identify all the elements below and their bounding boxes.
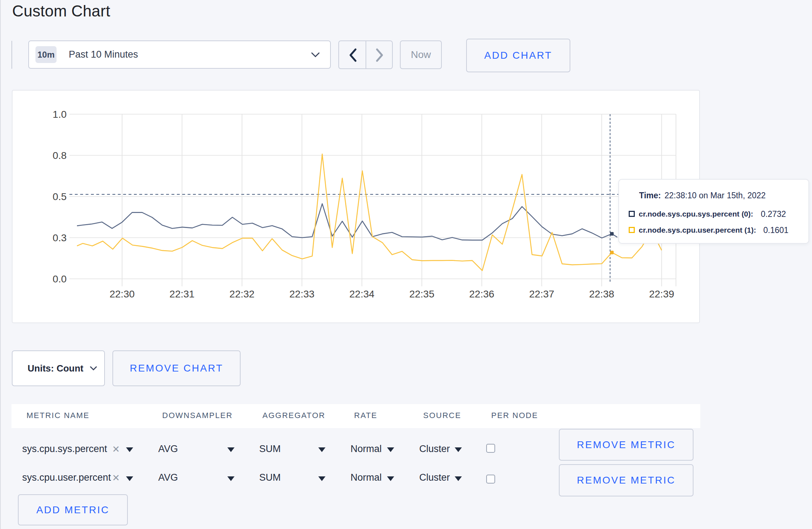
svg-text:22:32: 22:32 (229, 288, 255, 300)
svg-text:22:34: 22:34 (349, 288, 374, 300)
svg-text:0.3: 0.3 (53, 232, 67, 243)
svg-text:0.8: 0.8 (53, 150, 67, 161)
svg-text:22:36: 22:36 (469, 288, 494, 300)
svg-text:22:37: 22:37 (529, 288, 554, 300)
svg-text:0.0: 0.0 (53, 273, 67, 285)
svg-text:22:33: 22:33 (289, 288, 314, 300)
svg-text:22:38: 22:38 (589, 288, 614, 300)
svg-text:22:31: 22:31 (169, 288, 194, 300)
svg-text:22:39: 22:39 (649, 288, 674, 300)
svg-text:22:30: 22:30 (110, 288, 135, 300)
svg-text:1.0: 1.0 (53, 109, 67, 120)
svg-text:22:35: 22:35 (409, 288, 434, 300)
svg-text:0.5: 0.5 (53, 191, 67, 202)
